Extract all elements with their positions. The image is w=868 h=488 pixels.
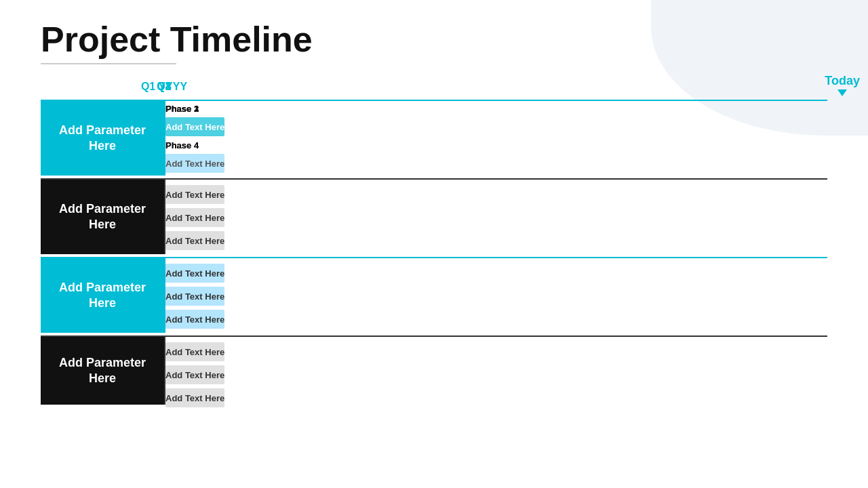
section2-bar6: Add Text Here: [165, 231, 224, 250]
section4-bar4: Add Text Here: [165, 388, 224, 407]
section1-bar2: Add Text Here: [165, 117, 224, 136]
section3-bar4: Add Text Here: [165, 287, 224, 306]
section4-bar1: Add Text Here: [165, 342, 224, 361]
section4-bar3: Add Text Here: [165, 365, 224, 384]
section2-bar2: Add Text Here: [165, 185, 224, 204]
phase-label-1-3: Phase 3: [165, 104, 199, 114]
section-row-4: Add Parameter Here Add Text Here Add Tex…: [41, 336, 827, 405]
quarter-header-row: Q3 Q4 Q1 YYYY Q2 Q3 Today: [41, 77, 827, 97]
section-row-1: Add Parameter Here Phase 1 Phase 2 Phase…: [41, 100, 827, 176]
page-content: Project Timeline Q3 Q4 Q1 YYYY Q2 Q3 Tod…: [0, 0, 868, 418]
section-label-4: Add Parameter Here: [41, 337, 164, 405]
section-label-3: Add Parameter Here: [41, 258, 164, 333]
section1-bar4: Add Text Here: [165, 154, 224, 173]
title-underline: [41, 63, 176, 64]
quarter-q3-2: Q3: [157, 81, 171, 93]
today-arrow-icon: [837, 89, 847, 96]
today-label: Today: [825, 74, 860, 96]
section3-bar2: Add Text Here: [165, 264, 224, 283]
section3-bar6: Add Text Here: [165, 310, 224, 329]
timeline-area: Add Parameter Here Phase 1 Phase 2 Phase…: [41, 100, 827, 405]
section2-bar4: Add Text Here: [165, 208, 224, 227]
phase-label-1-5: Phase 4: [165, 140, 199, 150]
section-row-2: Add Parameter Here Add Text Here Add Tex…: [41, 178, 827, 254]
section-label-2: Add Parameter Here: [41, 180, 164, 254]
page-title: Project Timeline: [41, 20, 827, 59]
section-label-1: Add Parameter Here: [41, 101, 164, 176]
section-row-3: Add Parameter Here Add Text Here Add Tex…: [41, 257, 827, 333]
